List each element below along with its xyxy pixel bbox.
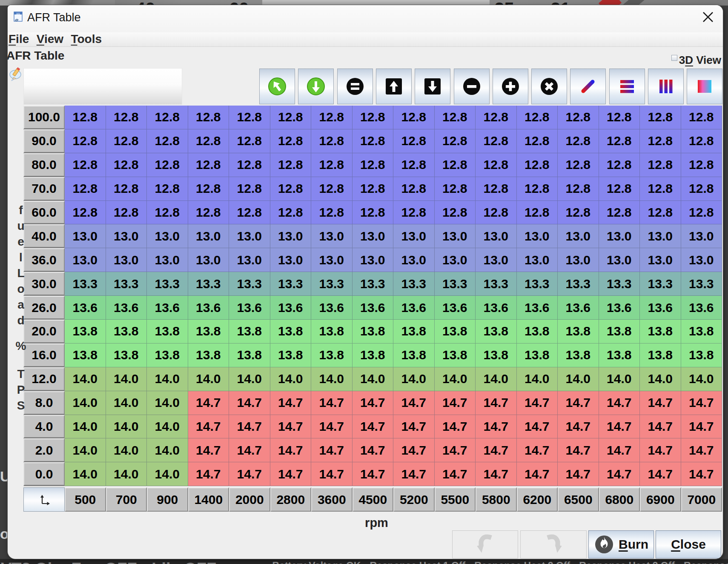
value-cell[interactable]: 13.8 <box>353 320 394 344</box>
value-cell[interactable]: 12.8 <box>147 129 188 153</box>
value-cell[interactable]: 12.8 <box>106 153 147 177</box>
value-cell[interactable]: 12.8 <box>147 201 188 225</box>
value-cell[interactable]: 12.8 <box>435 129 476 153</box>
value-cell[interactable]: 14.0 <box>65 462 106 486</box>
undo-button[interactable] <box>452 530 518 558</box>
value-cell[interactable]: 13.0 <box>435 248 476 272</box>
value-cell[interactable]: 12.8 <box>476 153 517 177</box>
value-cell[interactable]: 13.0 <box>558 224 599 248</box>
value-cell[interactable]: 14.7 <box>311 438 353 462</box>
value-cell[interactable]: 12.8 <box>681 153 722 177</box>
value-cell[interactable]: 13.3 <box>311 272 353 296</box>
value-cell[interactable]: 12.8 <box>393 129 435 153</box>
value-cell[interactable]: 13.0 <box>640 248 681 272</box>
value-cell[interactable]: 12.8 <box>270 153 312 177</box>
value-cell[interactable]: 14.7 <box>476 415 517 439</box>
value-cell[interactable]: 13.0 <box>147 248 188 272</box>
value-cell[interactable]: 14.7 <box>435 438 476 462</box>
value-cell[interactable]: 12.8 <box>311 177 353 201</box>
value-cell[interactable]: 13.0 <box>311 248 353 272</box>
value-cell[interactable]: 13.3 <box>353 272 394 296</box>
value-cell[interactable]: 14.7 <box>229 391 270 415</box>
value-cell[interactable]: 13.0 <box>270 224 312 248</box>
value-cell[interactable]: 12.8 <box>353 201 394 225</box>
value-cell[interactable]: 12.8 <box>517 129 558 153</box>
value-cell[interactable]: 13.0 <box>311 224 353 248</box>
value-cell[interactable]: 13.8 <box>270 320 312 344</box>
close-button[interactable]: Close <box>656 530 721 558</box>
value-cell[interactable]: 12.8 <box>65 106 106 129</box>
value-cell[interactable]: 14.0 <box>147 438 188 462</box>
value-cell[interactable]: 14.7 <box>681 391 722 415</box>
value-cell[interactable]: 13.3 <box>640 272 681 296</box>
value-cell[interactable]: 12.8 <box>147 106 188 129</box>
value-cell[interactable]: 14.7 <box>353 462 394 486</box>
value-cell[interactable]: 14.7 <box>270 462 312 486</box>
column-header-cell[interactable]: 900 <box>147 487 188 512</box>
value-cell[interactable]: 14.7 <box>270 415 312 439</box>
value-cell[interactable]: 13.8 <box>640 320 681 344</box>
value-cell[interactable]: 13.6 <box>229 296 270 320</box>
column-header-cell[interactable]: 1400 <box>188 487 229 512</box>
value-cell[interactable]: 12.8 <box>558 153 599 177</box>
value-cell[interactable]: 14.7 <box>517 415 558 439</box>
value-cell[interactable]: 13.0 <box>517 248 558 272</box>
value-cell[interactable]: 13.0 <box>106 224 147 248</box>
value-cell[interactable]: 13.3 <box>558 272 599 296</box>
value-cell[interactable]: 14.7 <box>229 438 270 462</box>
value-cell[interactable]: 14.0 <box>558 367 599 391</box>
menu-view[interactable]: View <box>37 32 63 46</box>
value-cell[interactable]: 14.0 <box>147 367 188 391</box>
value-cell[interactable]: 13.3 <box>65 272 106 296</box>
value-cell[interactable]: 12.8 <box>476 106 517 129</box>
value-cell[interactable]: 13.3 <box>229 272 270 296</box>
value-cell[interactable]: 12.8 <box>147 177 188 201</box>
view-3d-toggle[interactable]: 3D View <box>671 54 721 67</box>
value-cell[interactable]: 13.8 <box>476 344 517 367</box>
value-cell[interactable]: 12.8 <box>311 201 353 225</box>
column-header-cell[interactable]: 6200 <box>517 487 558 512</box>
value-cell[interactable]: 13.3 <box>476 272 517 296</box>
value-cell[interactable]: 13.3 <box>681 272 722 296</box>
value-cell[interactable]: 13.0 <box>229 224 270 248</box>
value-cell[interactable]: 14.0 <box>476 367 517 391</box>
value-cell[interactable]: 12.8 <box>599 129 640 153</box>
row-header-cell[interactable]: 4.0 <box>23 415 65 439</box>
row-header-cell[interactable]: 70.0 <box>23 177 65 201</box>
value-cell[interactable]: 12.8 <box>599 153 640 177</box>
value-cell[interactable]: 13.8 <box>640 344 681 367</box>
value-cell[interactable]: 12.8 <box>476 129 517 153</box>
value-cell[interactable]: 14.0 <box>106 438 147 462</box>
value-cell[interactable]: 13.6 <box>476 296 517 320</box>
value-cell[interactable]: 14.7 <box>599 462 640 486</box>
column-header-cell[interactable]: 700 <box>106 487 147 512</box>
value-cell[interactable]: 14.7 <box>229 415 270 439</box>
value-cell[interactable]: 14.7 <box>435 391 476 415</box>
value-cell[interactable]: 14.7 <box>517 438 558 462</box>
value-cell[interactable]: 12.8 <box>517 177 558 201</box>
value-cell[interactable]: 14.7 <box>393 415 435 439</box>
row-header-cell[interactable]: 36.0 <box>23 248 65 272</box>
column-header-cell[interactable]: 4500 <box>353 487 394 512</box>
row-header-cell[interactable]: 90.0 <box>23 129 65 153</box>
value-cell[interactable]: 12.8 <box>188 129 229 153</box>
value-cell[interactable]: 13.8 <box>188 320 229 344</box>
value-cell[interactable]: 12.8 <box>640 177 681 201</box>
value-cell[interactable]: 13.6 <box>435 296 476 320</box>
value-cell[interactable]: 13.0 <box>435 224 476 248</box>
value-cell[interactable]: 13.6 <box>311 296 353 320</box>
value-cell[interactable]: 14.7 <box>393 462 435 486</box>
value-cell[interactable]: 13.8 <box>311 344 353 367</box>
value-cell[interactable]: 12.8 <box>353 177 394 201</box>
value-cell[interactable]: 14.7 <box>599 391 640 415</box>
value-cell[interactable]: 12.8 <box>65 153 106 177</box>
toolbar-button-set-equal[interactable] <box>337 69 373 104</box>
value-cell[interactable]: 12.8 <box>188 153 229 177</box>
value-cell[interactable]: 12.8 <box>393 153 435 177</box>
value-cell[interactable]: 14.7 <box>640 438 681 462</box>
toolbar-button-interpolate-columns[interactable] <box>648 69 684 104</box>
value-cell[interactable]: 12.8 <box>476 201 517 225</box>
row-header-cell[interactable]: 40.0 <box>23 224 65 248</box>
value-cell[interactable]: 12.8 <box>558 177 599 201</box>
value-cell[interactable]: 13.8 <box>188 344 229 367</box>
